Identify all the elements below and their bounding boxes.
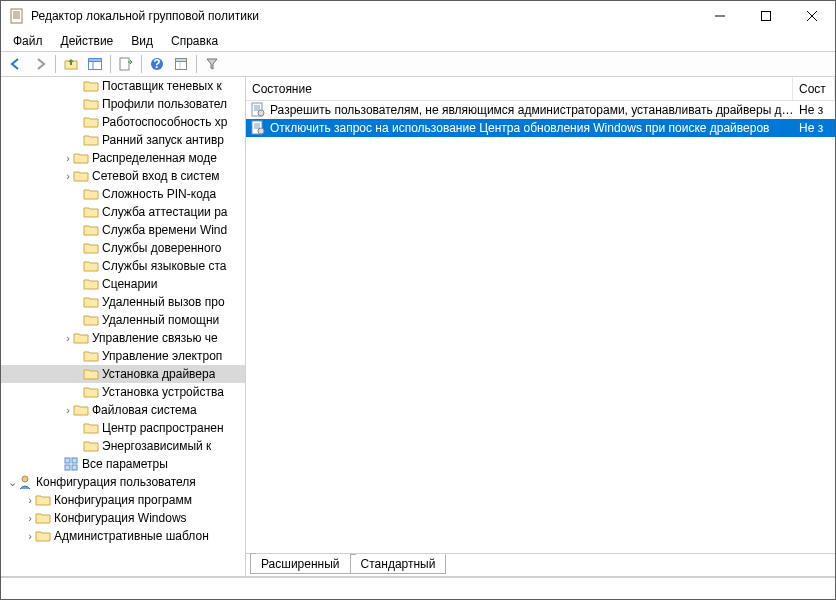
tree-pane: Поставщик теневых кПрофили пользователРа… [1,77,246,576]
column-header-status[interactable]: Состояние [246,77,793,100]
folder-icon [83,276,99,292]
folder-icon [83,384,99,400]
window-controls [697,1,835,31]
chevron-down-icon[interactable]: ⌄ [7,476,17,489]
up-folder-button[interactable] [60,53,82,75]
policy-icon [250,102,266,118]
tree-item[interactable]: ›Административные шаблон [1,527,245,545]
app-window: Редактор локальной групповой политики Фа… [0,0,836,600]
tree-item[interactable]: ›Конфигурация программ [1,491,245,509]
tree-item[interactable]: ›Распределенная моде [1,149,245,167]
show-hide-tree-button[interactable] [84,53,106,75]
close-button[interactable] [789,1,835,31]
chevron-right-icon[interactable]: › [25,530,35,542]
tree-item[interactable]: Поставщик теневых к [1,77,245,95]
folder-icon [73,402,89,418]
tree-item[interactable]: Профили пользовател [1,95,245,113]
tree-item-label: Сложность PIN-кода [102,187,216,201]
svg-rect-17 [176,59,187,62]
tree-item[interactable]: ⌄Конфигурация пользователя [1,473,245,491]
tree-item[interactable]: Управление электроп [1,347,245,365]
chevron-right-icon[interactable]: › [63,170,73,182]
chevron-right-icon[interactable]: › [63,152,73,164]
tree-item-label: Удаленный помощни [102,313,219,327]
menu-file[interactable]: Файл [5,32,51,50]
folder-icon [83,312,99,328]
tree-item[interactable]: ›Управление связью че [1,329,245,347]
app-icon [9,8,25,24]
tree-item[interactable]: Работоспособность хр [1,113,245,131]
tree-item-label: Управление связью че [92,331,218,345]
separator [141,55,142,73]
tree-item[interactable]: Ранний запуск антивр [1,131,245,149]
tab-standard[interactable]: Стандартный [350,554,447,574]
window-title: Редактор локальной групповой политики [31,9,697,23]
tree-item[interactable]: Службы языковые ста [1,257,245,275]
filter-button[interactable] [201,53,223,75]
tree-item[interactable]: Удаленный помощни [1,311,245,329]
tree-item[interactable]: ›Конфигурация Windows [1,509,245,527]
folder-icon [83,114,99,130]
folder-icon [73,150,89,166]
folder-icon [83,132,99,148]
details-pane: Состояние Сост Разрешить пользователям, … [246,77,835,576]
folder-icon [83,222,99,238]
folder-icon [83,366,99,382]
tree-item[interactable]: Все параметры [1,455,245,473]
chevron-right-icon[interactable]: › [25,512,35,524]
tree-item[interactable]: Сложность PIN-кода [1,185,245,203]
svg-rect-20 [72,458,77,463]
folder-icon [83,258,99,274]
svg-point-23 [22,476,28,482]
folder-icon [83,294,99,310]
properties-button[interactable] [170,53,192,75]
menu-view[interactable]: Вид [123,32,161,50]
list-header: Состояние Сост [246,77,835,101]
tree-item-label: Энергозависимый к [102,439,211,453]
folder-icon [83,240,99,256]
svg-rect-13 [120,58,129,70]
tree-item[interactable]: Энергозависимый к [1,437,245,455]
tree-scroll[interactable]: Поставщик теневых кПрофили пользователРа… [1,77,245,559]
policy-label: Отключить запрос на использование Центра… [270,121,769,135]
minimize-button[interactable] [697,1,743,31]
list-horizontal-scrollbar[interactable] [246,536,835,553]
svg-rect-21 [65,465,70,470]
tree-item[interactable]: Установка устройства [1,383,245,401]
tree-item[interactable]: Установка драйвера [1,365,245,383]
export-button[interactable] [115,53,137,75]
tab-extended[interactable]: Расширенный [250,554,351,574]
tree-item[interactable]: ›Файловая система [1,401,245,419]
maximize-button[interactable] [743,1,789,31]
forward-button[interactable] [29,53,51,75]
tree-item[interactable]: ›Сетевой вход в систем [1,167,245,185]
tree-horizontal-scrollbar[interactable] [1,559,245,576]
help-button[interactable]: ? [146,53,168,75]
policy-row[interactable]: Отключить запрос на использование Центра… [246,119,835,137]
menu-help[interactable]: Справка [163,32,226,50]
back-button[interactable] [5,53,27,75]
folder-icon [35,510,51,526]
tree-item[interactable]: Служба аттестации ра [1,203,245,221]
svg-point-33 [258,128,264,134]
tree-item-label: Службы языковые ста [102,259,227,273]
chevron-right-icon[interactable]: › [25,494,35,506]
chevron-right-icon[interactable]: › [63,404,73,416]
tree-item-label: Служба времени Wind [102,223,227,237]
tree-item[interactable]: Служба времени Wind [1,221,245,239]
toolbar: ? [1,51,835,77]
tree-item[interactable]: Службы доверенного [1,239,245,257]
tree-item[interactable]: Центр распространен [1,419,245,437]
title-bar: Редактор локальной групповой политики [1,1,835,31]
policy-row[interactable]: Разрешить пользователям, не являющимся а… [246,101,835,119]
menu-action[interactable]: Действие [53,32,122,50]
chevron-right-icon[interactable]: › [63,332,73,344]
column-header-state[interactable]: Сост [793,77,835,100]
tree-item[interactable]: Сценарии [1,275,245,293]
policy-label: Разрешить пользователям, не являющимся а… [270,103,793,117]
tree-item-label: Поставщик теневых к [102,79,222,93]
folder-icon [83,186,99,202]
svg-rect-6 [762,12,771,21]
tree-item[interactable]: Удаленный вызов про [1,293,245,311]
tree-item-label: Файловая система [92,403,197,417]
